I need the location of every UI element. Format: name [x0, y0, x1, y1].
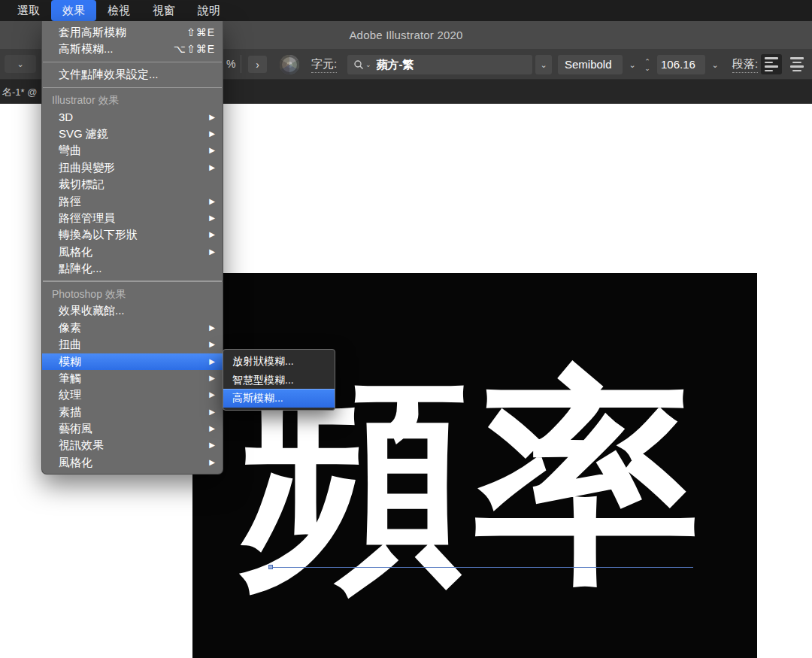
menu-item-19[interactable]: 像素▶ — [42, 320, 223, 336]
menu-item-10[interactable]: 裁切標記 — [42, 176, 223, 193]
submenu-arrow-icon: ▶ — [209, 420, 215, 437]
menu-item-27[interactable]: 風格化▶ — [42, 454, 223, 471]
menu-item-20[interactable]: 扭曲▶ — [42, 336, 223, 353]
submenu-arrow-icon: ▶ — [209, 142, 215, 159]
submenu-arrow-icon: ▶ — [209, 244, 215, 260]
submenu-arrow-icon: ▶ — [209, 353, 215, 370]
chevron-down-icon: ⌄ — [629, 61, 635, 69]
submenu-arrow-icon: ▶ — [209, 210, 215, 226]
menu-item-label: 套用高斯模糊 — [59, 24, 126, 41]
font-size-stepper[interactable]: ⌃ ⌄ — [641, 55, 654, 74]
font-style-input[interactable]: Semibold — [558, 55, 623, 74]
menu-item-label: 風格化 — [59, 454, 92, 471]
menu-item-0[interactable]: 套用高斯模糊⇧⌘E — [42, 24, 223, 41]
menu-item-label: 紋理 — [59, 387, 81, 403]
expand-options-button[interactable]: › — [248, 56, 267, 73]
menubar-item-3[interactable]: 視窗 — [141, 0, 186, 21]
menubar-item-0[interactable]: 選取 — [6, 0, 51, 21]
font-family-dropdown-button[interactable]: ⌄ — [535, 55, 552, 74]
menu-item-label: 轉換為以下形狀 — [59, 226, 138, 243]
chevron-down-icon: ⌄ — [365, 61, 371, 68]
chevron-down-icon: ⌄ — [17, 60, 23, 68]
chevron-right-icon: › — [256, 59, 259, 71]
chevron-down-icon: ⌄ — [711, 61, 718, 69]
submenu-arrow-icon: ▶ — [209, 159, 215, 176]
menu-item-26[interactable]: 視訊效果▶ — [42, 437, 223, 453]
text-baseline-selection[interactable] — [271, 567, 693, 568]
document-tab[interactable]: 名-1* @ — [2, 86, 37, 99]
illustrator-window: 選取效果檢視視窗說明 Adobe Illustrator 2020 ⌄ % › … — [0, 0, 812, 658]
align-left-icon[interactable] — [761, 54, 782, 74]
effects-menu: 套用高斯模糊⇧⌘E高斯模糊...⌥⇧⌘E文件點陣效果設定...Illustrat… — [41, 21, 223, 475]
font-size-dropdown-button[interactable]: ⌄ — [708, 56, 722, 73]
submenu-item-2[interactable]: 高斯模糊... — [223, 389, 335, 408]
menu-item-15[interactable]: 點陣化... — [42, 260, 223, 277]
tool-preset-dropdown[interactable]: ⌄ — [5, 55, 36, 73]
menu-item-21[interactable]: 模糊▶ — [42, 353, 223, 370]
search-icon — [353, 59, 364, 70]
menu-item-label: 筆觸 — [59, 370, 81, 387]
menu-item-label: 高斯模糊... — [59, 41, 114, 57]
menu-item-13[interactable]: 轉換為以下形狀▶ — [42, 226, 223, 243]
artboard[interactable]: 頻率 — [192, 273, 757, 658]
submenu-arrow-icon: ▶ — [209, 226, 215, 243]
menu-item-9[interactable]: 扭曲與變形▶ — [42, 159, 223, 176]
font-style-value: Semibold — [565, 58, 612, 71]
menu-item-label: 藝術風 — [59, 420, 92, 437]
field-divider — [241, 55, 241, 73]
chevron-down-icon: ⌄ — [644, 65, 650, 71]
menu-item-18[interactable]: 效果收藏館... — [42, 302, 223, 319]
submenu-item-0[interactable]: 放射狀模糊... — [223, 352, 335, 371]
menu-item-22[interactable]: 筆觸▶ — [42, 370, 223, 387]
menubar-item-1[interactable]: 效果 — [51, 0, 96, 21]
menu-item-7[interactable]: SVG 濾鏡▶ — [42, 126, 223, 142]
menu-item-3[interactable]: 文件點陣效果設定... — [42, 66, 223, 83]
anchor-point[interactable] — [268, 565, 273, 569]
menu-item-label: 扭曲與變形 — [59, 159, 115, 176]
menu-item-25[interactable]: 藝術風▶ — [42, 420, 223, 437]
menu-item-label: 視訊效果 — [59, 437, 104, 453]
opacity-percent-suffix: % — [226, 58, 235, 70]
menubar-item-2[interactable]: 檢視 — [96, 0, 141, 21]
menu-item-14[interactable]: 風格化▶ — [42, 244, 223, 260]
menu-item-shortcut: ⌥⇧⌘E — [174, 41, 215, 57]
menu-item-label: 3D — [59, 109, 73, 126]
menu-item-23[interactable]: 紋理▶ — [42, 387, 223, 403]
menu-item-6[interactable]: 3D▶ — [42, 109, 223, 126]
window-title: Adobe Illustrator 2020 — [349, 29, 462, 41]
menu-section-header: Photoshop 效果 — [42, 286, 223, 302]
color-wheel-icon[interactable] — [280, 55, 299, 74]
submenu-item-1[interactable]: 智慧型模糊... — [223, 371, 335, 390]
menu-item-label: 模糊 — [59, 353, 81, 370]
font-family-input[interactable]: ⌄ 蘋方-繁 — [347, 55, 532, 74]
menu-item-8[interactable]: 彎曲▶ — [42, 142, 223, 159]
menu-item-1[interactable]: 高斯模糊...⌥⇧⌘E — [42, 41, 223, 57]
menu-separator — [43, 62, 222, 63]
paragraph-panel-link[interactable]: 段落: — [732, 57, 758, 73]
menubar: 選取效果檢視視窗說明 — [0, 0, 812, 21]
submenu-arrow-icon: ▶ — [209, 126, 215, 142]
menu-item-11[interactable]: 路徑▶ — [42, 193, 223, 210]
menu-item-label: 路徑 — [59, 193, 81, 210]
menu-separator — [43, 280, 222, 282]
submenu-arrow-icon: ▶ — [209, 320, 215, 336]
menubar-item-4[interactable]: 說明 — [186, 0, 232, 21]
chevron-down-icon: ⌄ — [540, 61, 547, 69]
font-style-dropdown-button[interactable]: ⌄ — [626, 56, 639, 73]
submenu-arrow-icon: ▶ — [209, 193, 215, 210]
chevron-up-icon: ⌃ — [644, 59, 650, 65]
submenu-arrow-icon: ▶ — [209, 454, 215, 471]
artboard-text[interactable]: 頻率 — [192, 273, 757, 658]
menu-item-12[interactable]: 路徑管理員▶ — [42, 210, 223, 226]
align-center-icon[interactable] — [786, 54, 807, 74]
font-size-input[interactable]: 106.16 — [657, 55, 705, 74]
menu-item-24[interactable]: 素描▶ — [42, 404, 223, 420]
menu-item-label: 彎曲 — [59, 142, 81, 159]
character-panel-link[interactable]: 字元: — [311, 57, 337, 73]
menu-item-label: 路徑管理員 — [59, 210, 115, 226]
menu-item-label: 像素 — [59, 320, 81, 336]
menu-item-label: 風格化 — [59, 244, 92, 260]
menu-item-label: 裁切標記 — [59, 176, 104, 193]
submenu-arrow-icon: ▶ — [209, 387, 215, 403]
submenu-arrow-icon: ▶ — [209, 437, 215, 453]
